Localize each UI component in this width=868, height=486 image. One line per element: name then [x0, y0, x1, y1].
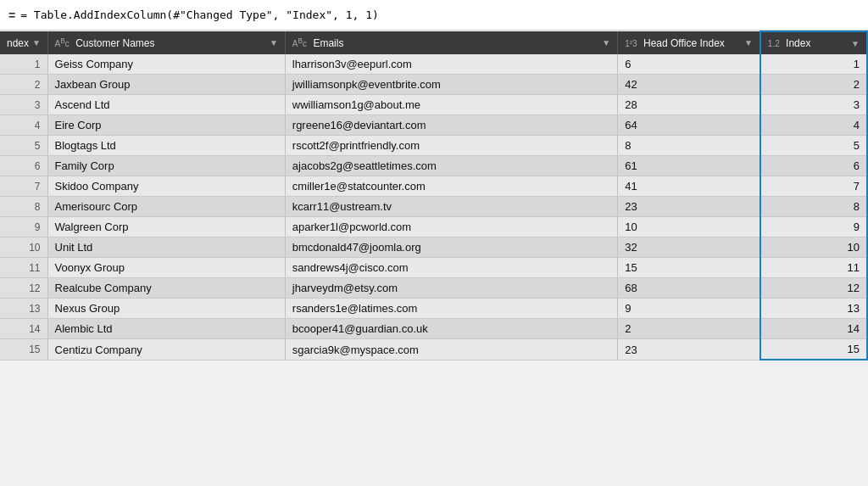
cell-hoi: 61 [618, 156, 760, 176]
cell-rownum: 15 [0, 339, 47, 360]
col-rownum-label: ndex [7, 37, 29, 49]
cell-rownum: 14 [0, 319, 47, 339]
table-row: 4 Eire Corp rgreene16@deviantart.com 64 … [0, 115, 867, 136]
cell-index: 13 [760, 299, 867, 319]
cell-rownum: 3 [0, 95, 47, 115]
cell-name: Ascend Ltd [47, 95, 285, 115]
cell-name: Unit Ltd [47, 237, 285, 258]
table-row: 12 Realcube Company jharveydm@etsy.com 6… [0, 278, 867, 299]
cell-index: 10 [760, 237, 867, 258]
cell-name: Amerisourc Corp [47, 197, 285, 217]
table-row: 13 Nexus Group rsanders1e@latimes.com 9 … [0, 299, 867, 319]
col-hoi-arrow[interactable]: ▼ [744, 38, 753, 47]
table-row: 1 Geiss Company lharrison3v@eepurl.com 6… [0, 54, 867, 75]
cell-hoi: 9 [618, 299, 760, 319]
cell-name: Skidoo Company [47, 176, 285, 197]
cell-email: rscott2f@printfriendly.com [285, 136, 617, 156]
cell-email: wwilliamson1g@about.me [285, 95, 617, 115]
table-row: 15 Centizu Company sgarcia9k@myspace.com… [0, 339, 867, 360]
cell-index: 6 [760, 156, 867, 176]
cell-hoi: 64 [618, 115, 760, 136]
cell-hoi: 28 [618, 95, 760, 115]
cell-index: 11 [760, 258, 867, 278]
col-hoi-label: Head Office Index [643, 37, 725, 49]
cell-hoi: 42 [618, 75, 760, 95]
table-row: 14 Alembic Ltd bcooper41@guardian.co.uk … [0, 319, 867, 339]
cell-email: kcarr11@ustream.tv [285, 197, 617, 217]
cell-email: lharrison3v@eepurl.com [285, 54, 617, 75]
table-row: 9 Walgreen Corp aparker1l@pcworld.com 10… [0, 217, 867, 237]
cell-name: Walgreen Corp [47, 217, 285, 237]
table-row: 10 Unit Ltd bmcdonald47@joomla.org 32 10 [0, 237, 867, 258]
cell-hoi: 23 [618, 339, 760, 360]
cell-name: Voonyx Group [47, 258, 285, 278]
cell-name: Eire Corp [47, 115, 285, 136]
cell-email: jharveydm@etsy.com [285, 278, 617, 299]
cell-index: 4 [760, 115, 867, 136]
table-row: 2 Jaxbean Group jwilliamsonpk@eventbrite… [0, 75, 867, 95]
cell-index: 1 [760, 54, 867, 75]
cell-name: Realcube Company [47, 278, 285, 299]
cell-email: rsanders1e@latimes.com [285, 299, 617, 319]
cell-index: 8 [760, 197, 867, 217]
cell-index: 3 [760, 95, 867, 115]
cell-rownum: 10 [0, 237, 47, 258]
cell-rownum: 6 [0, 156, 47, 176]
cell-rownum: 8 [0, 197, 47, 217]
table-header-row: ndex ▼ ABc Customer Names ▼ [0, 31, 867, 54]
cell-hoi: 8 [618, 136, 760, 156]
col-index-type: 1.2 [768, 39, 780, 48]
data-table: ndex ▼ ABc Customer Names ▼ [0, 31, 868, 360]
cell-name: Family Corp [47, 156, 285, 176]
cell-rownum: 2 [0, 75, 47, 95]
cell-email: sgarcia9k@myspace.com [285, 339, 617, 360]
table-container: ndex ▼ ABc Customer Names ▼ [0, 31, 868, 486]
col-names-arrow[interactable]: ▼ [270, 38, 278, 47]
cell-rownum: 11 [0, 258, 47, 278]
cell-email: bmcdonald47@joomla.org [285, 237, 617, 258]
cell-rownum: 1 [0, 54, 47, 75]
cell-rownum: 12 [0, 278, 47, 299]
table-row: 5 Blogtags Ltd rscott2f@printfriendly.co… [0, 136, 867, 156]
cell-index: 7 [760, 176, 867, 197]
col-emails-type: ABc [292, 39, 307, 48]
cell-hoi: 6 [618, 54, 760, 75]
cell-email: sandrews4j@cisco.com [285, 258, 617, 278]
cell-index: 5 [760, 136, 867, 156]
col-header-names[interactable]: ABc Customer Names ▼ [47, 31, 285, 54]
cell-hoi: 23 [618, 197, 760, 217]
table-row: 6 Family Corp ajacobs2g@seattletimes.com… [0, 156, 867, 176]
cell-email: bcooper41@guardian.co.uk [285, 319, 617, 339]
col-hoi-type: 1²3 [625, 39, 637, 48]
cell-rownum: 4 [0, 115, 47, 136]
formula-bar: = = Table.AddIndexColumn(#"Changed Type"… [0, 0, 868, 31]
equals-sign: = [8, 8, 15, 22]
cell-email: cmiller1e@statcounter.com [285, 176, 617, 197]
cell-index: 15 [760, 339, 867, 360]
cell-hoi: 15 [618, 258, 760, 278]
col-index-arrow[interactable]: ▼ [851, 39, 860, 48]
col-emails-arrow[interactable]: ▼ [602, 38, 610, 47]
cell-rownum: 5 [0, 136, 47, 156]
cell-hoi: 41 [618, 176, 760, 197]
col-header-rownum[interactable]: ndex ▼ [0, 31, 47, 54]
col-names-type: ABc [55, 39, 70, 48]
col-header-emails[interactable]: ABc Emails ▼ [285, 31, 617, 54]
cell-email: aparker1l@pcworld.com [285, 217, 617, 237]
table-row: 8 Amerisourc Corp kcarr11@ustream.tv 23 … [0, 197, 867, 217]
formula-text: = Table.AddIndexColumn(#"Changed Type", … [20, 8, 379, 21]
cell-name: Blogtags Ltd [47, 136, 285, 156]
table-row: 11 Voonyx Group sandrews4j@cisco.com 15 … [0, 258, 867, 278]
col-index-label: Index [786, 37, 810, 49]
col-header-hoi[interactable]: 1²3 Head Office Index ▼ [618, 31, 760, 54]
cell-rownum: 7 [0, 176, 47, 197]
cell-hoi: 10 [618, 217, 760, 237]
col-names-label: Customer Names [75, 37, 154, 49]
col-rownum-arrow[interactable]: ▼ [32, 38, 41, 47]
cell-email: jwilliamsonpk@eventbrite.com [285, 75, 617, 95]
cell-name: Alembic Ltd [47, 319, 285, 339]
table-row: 7 Skidoo Company cmiller1e@statcounter.c… [0, 176, 867, 197]
col-header-index[interactable]: 1.2 Index ▼ [760, 31, 867, 54]
col-emails-label: Emails [313, 37, 343, 49]
cell-index: 12 [760, 278, 867, 299]
